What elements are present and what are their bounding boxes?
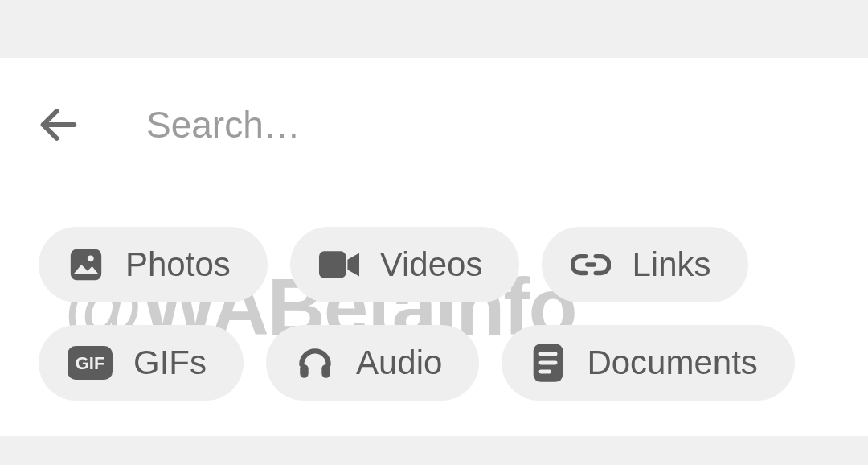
- search-bar: [0, 58, 868, 191]
- chip-videos[interactable]: Videos: [290, 227, 520, 302]
- chip-row-2: GIF GIFs Audio: [39, 325, 829, 401]
- links-icon: [571, 245, 611, 285]
- chip-row-1: Photos Videos Links: [39, 227, 829, 302]
- filter-chips-area: Photos Videos Links: [0, 191, 868, 436]
- chip-gifs[interactable]: GIF GIFs: [39, 325, 244, 401]
- chip-label: Documents: [587, 344, 757, 382]
- videos-icon: [319, 249, 359, 280]
- svg-text:GIF: GIF: [76, 353, 105, 373]
- chip-label: Photos: [125, 245, 231, 284]
- audio-icon: [295, 343, 335, 383]
- documents-icon: [530, 344, 566, 382]
- chip-documents[interactable]: Documents: [502, 325, 794, 401]
- svg-point-2: [88, 256, 94, 262]
- chip-photos[interactable]: Photos: [39, 227, 268, 302]
- search-input[interactable]: [146, 103, 709, 146]
- svg-rect-6: [300, 364, 308, 378]
- status-bar-spacer: [0, 0, 868, 58]
- gif-icon: GIF: [68, 346, 113, 380]
- back-arrow-icon[interactable]: [35, 101, 82, 148]
- chip-label: GIFs: [133, 344, 207, 382]
- chip-label: Videos: [380, 245, 483, 284]
- svg-rect-3: [319, 251, 346, 278]
- chip-label: Audio: [356, 344, 442, 382]
- chip-label: Links: [632, 245, 710, 284]
- svg-rect-1: [71, 249, 101, 280]
- photos-icon: [68, 246, 104, 283]
- chip-links[interactable]: Links: [542, 227, 747, 302]
- chip-audio[interactable]: Audio: [266, 325, 479, 401]
- svg-rect-7: [321, 364, 330, 378]
